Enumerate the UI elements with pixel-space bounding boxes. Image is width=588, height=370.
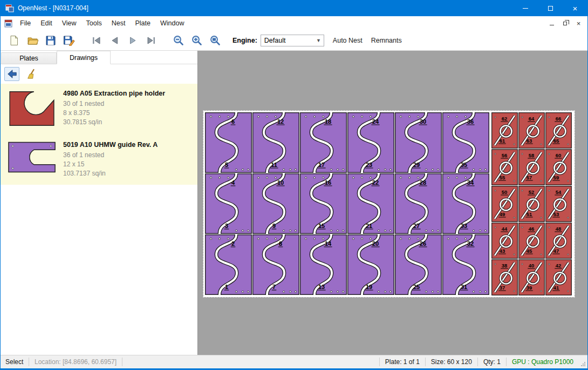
engine-select[interactable]: Default ▼ bbox=[261, 35, 324, 46]
nest-canvas[interactable]: 6 5 12 11 18 17 24 23 30 29 36 35 bbox=[198, 51, 587, 355]
menu-item-plate[interactable]: Plate bbox=[130, 17, 155, 29]
nested-part-pair-purple[interactable]: 2 1 bbox=[205, 234, 252, 295]
nested-part-pair-purple[interactable]: 16 15 bbox=[300, 173, 347, 234]
nested-part-pair-red[interactable]: 42 41 bbox=[545, 259, 572, 295]
nested-part-pair-red[interactable]: 44 43 bbox=[491, 223, 518, 259]
nested-part-pair-purple[interactable]: 20 19 bbox=[347, 234, 394, 295]
nested-part-pair-purple[interactable]: 18 17 bbox=[300, 112, 347, 173]
drawing-list: 4980 A05 Extraction pipe holder 30 of 1 … bbox=[1, 84, 197, 355]
nested-part-pair-purple[interactable]: 32 31 bbox=[442, 234, 489, 295]
nested-part-pair-purple[interactable]: 28 27 bbox=[395, 173, 442, 234]
nested-part-pair-purple[interactable]: 14 13 bbox=[300, 234, 347, 295]
save-as-icon bbox=[63, 35, 75, 46]
svg-text:34: 34 bbox=[467, 179, 474, 186]
menu-item-tools[interactable]: Tools bbox=[81, 17, 107, 29]
save-as-button[interactable] bbox=[60, 32, 78, 49]
svg-text:10: 10 bbox=[277, 179, 284, 186]
assign-drawing-button[interactable] bbox=[4, 67, 19, 81]
menu-item-window[interactable]: Window bbox=[155, 17, 189, 29]
maximize-button[interactable] bbox=[538, 0, 563, 16]
nested-part-pair-purple[interactable]: 6 5 bbox=[205, 112, 252, 173]
drawing-item[interactable]: 5019 A10 UHMW guide Rev. A 36 of 1 neste… bbox=[1, 135, 197, 185]
clear-nest-button[interactable] bbox=[24, 67, 39, 81]
mdi-minimize-button[interactable] bbox=[545, 18, 558, 29]
nested-part-pair-purple[interactable]: 8 7 bbox=[252, 234, 299, 295]
mdi-window-controls: × bbox=[545, 18, 587, 29]
first-plate-button[interactable] bbox=[87, 32, 105, 49]
new-file-icon bbox=[9, 35, 19, 46]
nested-part-pair-red[interactable]: 64 63 bbox=[518, 112, 545, 149]
mdi-restore-button[interactable] bbox=[559, 18, 571, 29]
nested-part-pair-purple[interactable]: 34 33 bbox=[442, 173, 489, 234]
svg-text:48: 48 bbox=[556, 226, 562, 232]
svg-text:59: 59 bbox=[553, 174, 559, 180]
svg-text:66: 66 bbox=[556, 116, 562, 122]
nested-part-pair-red[interactable]: 46 45 bbox=[518, 223, 545, 259]
resize-grip[interactable] bbox=[579, 355, 587, 368]
svg-text:56: 56 bbox=[502, 152, 508, 158]
nested-part-pair-red[interactable]: 52 51 bbox=[518, 186, 545, 222]
new-button[interactable] bbox=[5, 32, 23, 49]
svg-text:63: 63 bbox=[527, 138, 532, 144]
plate[interactable]: 6 5 12 11 18 17 24 23 30 29 36 35 bbox=[203, 111, 575, 297]
open-button[interactable] bbox=[23, 32, 42, 49]
status-qty: Qty: 1 bbox=[478, 358, 506, 366]
next-plate-button[interactable] bbox=[124, 32, 142, 49]
nested-part-pair-red[interactable]: 58 57 bbox=[518, 149, 545, 185]
close-button[interactable]: × bbox=[563, 0, 587, 16]
svg-text:45: 45 bbox=[527, 248, 532, 254]
svg-text:62: 62 bbox=[502, 116, 508, 122]
drawing-item[interactable]: 4980 A05 Extraction pipe holder 30 of 1 … bbox=[1, 84, 197, 135]
tab-plates[interactable]: Plates bbox=[1, 52, 57, 64]
svg-text:37: 37 bbox=[500, 285, 505, 291]
menu-item-file[interactable]: File bbox=[15, 17, 36, 29]
nested-part-pair-red[interactable]: 50 49 bbox=[491, 186, 518, 222]
nested-part-pair-red[interactable]: 60 59 bbox=[545, 149, 572, 185]
nested-part-pair-red[interactable]: 56 55 bbox=[491, 149, 518, 185]
nested-part-pair-purple[interactable]: 26 25 bbox=[395, 234, 442, 295]
drawing-meta: 5019 A10 UHMW guide Rev. A 36 of 1 neste… bbox=[63, 140, 158, 178]
menu-item-nest[interactable]: Nest bbox=[107, 17, 131, 29]
svg-text:55: 55 bbox=[500, 174, 505, 180]
tab-drawings[interactable]: Drawings bbox=[57, 51, 111, 64]
last-plate-button[interactable] bbox=[142, 32, 160, 49]
menu-item-view[interactable]: View bbox=[57, 17, 81, 29]
nested-part-pair-red[interactable]: 62 61 bbox=[491, 112, 518, 149]
nested-part-pair-red[interactable]: 48 47 bbox=[545, 223, 572, 259]
nested-part-pair-purple[interactable]: 22 21 bbox=[347, 173, 394, 234]
svg-text:27: 27 bbox=[413, 223, 420, 229]
nested-part-pair-purple[interactable]: 24 23 bbox=[347, 112, 394, 173]
remnants-button[interactable]: Remnants bbox=[371, 37, 402, 44]
save-button[interactable] bbox=[42, 32, 60, 49]
minimize-button[interactable] bbox=[513, 0, 538, 16]
nested-part-pair-red[interactable]: 66 65 bbox=[545, 112, 572, 149]
main-toolbar: Engine: Default ▼ Auto Nest Remnants bbox=[1, 30, 587, 51]
svg-text:51: 51 bbox=[527, 211, 532, 217]
nested-part-pair-red[interactable]: 38 37 bbox=[491, 259, 518, 295]
zoom-in-button[interactable] bbox=[187, 32, 206, 49]
nested-part-pair-purple[interactable]: 36 35 bbox=[442, 112, 489, 173]
zoom-fit-button[interactable] bbox=[206, 32, 224, 49]
drawing-size: 12 x 15 bbox=[63, 160, 158, 169]
app-window: OpenNest - [N0317-004] × FileEditViewToo… bbox=[0, 0, 588, 370]
svg-text:44: 44 bbox=[502, 226, 508, 232]
svg-text:47: 47 bbox=[553, 248, 559, 254]
svg-text:17: 17 bbox=[318, 162, 325, 168]
nested-part-pair-purple[interactable]: 12 11 bbox=[252, 112, 299, 173]
svg-text:40: 40 bbox=[529, 263, 535, 268]
nested-part-pair-red[interactable]: 40 39 bbox=[518, 259, 545, 295]
auto-nest-button[interactable]: Auto Nest bbox=[333, 37, 363, 44]
zoom-out-button[interactable] bbox=[169, 32, 187, 49]
nested-part-pair-red[interactable]: 54 53 bbox=[545, 186, 572, 222]
app-icon bbox=[5, 4, 14, 12]
menu-item-edit[interactable]: Edit bbox=[36, 17, 57, 29]
previous-plate-button[interactable] bbox=[105, 32, 124, 49]
svg-text:4: 4 bbox=[231, 179, 235, 186]
mdi-close-button[interactable]: × bbox=[572, 18, 585, 29]
nested-part-pair-purple[interactable]: 30 29 bbox=[395, 112, 442, 173]
svg-text:49: 49 bbox=[500, 211, 505, 217]
svg-text:43: 43 bbox=[500, 248, 505, 254]
nested-part-pair-purple[interactable]: 10 9 bbox=[252, 173, 299, 234]
nested-part-pair-purple[interactable]: 4 3 bbox=[205, 173, 252, 234]
broom-icon bbox=[26, 69, 37, 79]
